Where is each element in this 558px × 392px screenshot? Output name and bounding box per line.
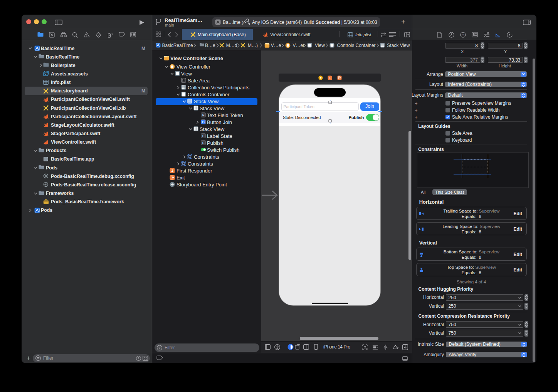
- svg-text:?: ?: [462, 33, 464, 37]
- svg-text:1: 1: [329, 76, 331, 80]
- svg-text:F: F: [202, 113, 204, 117]
- svg-text:1: 1: [171, 169, 173, 173]
- svg-text:B: B: [202, 120, 204, 124]
- svg-text:L: L: [202, 141, 204, 145]
- svg-text:L: L: [202, 134, 204, 138]
